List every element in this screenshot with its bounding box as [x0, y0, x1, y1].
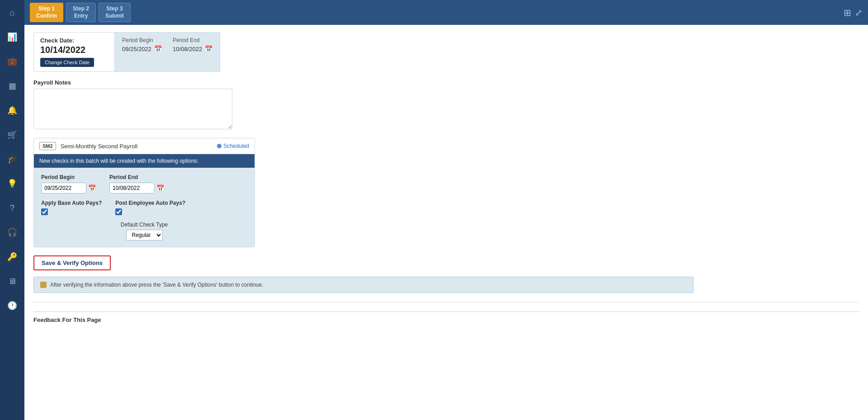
- grid-icon[interactable]: ⊞: [844, 7, 851, 18]
- question-icon[interactable]: ?: [4, 200, 20, 216]
- steps-container: Step 1 Confirm Step 2 Entry Step 3 Submi…: [30, 3, 131, 22]
- card-period-end-field: Period End 📅: [109, 174, 164, 193]
- payroll-notes-label: Payroll Notes: [33, 79, 859, 86]
- step3-button[interactable]: Step 3 Submit: [99, 3, 131, 22]
- scheduled-label: Scheduled: [223, 143, 249, 149]
- period-end-calendar-icon[interactable]: 📅: [205, 45, 212, 52]
- card-period-begin-input[interactable]: [41, 183, 86, 193]
- period-end-field: Period End 10/08/2022 📅: [173, 37, 212, 52]
- change-check-date-button[interactable]: Change Check Date: [40, 58, 94, 67]
- briefcase-icon[interactable]: 💼: [4, 53, 20, 70]
- save-verify-button[interactable]: Save & Verify Options: [33, 255, 111, 270]
- table-icon[interactable]: ▦: [4, 78, 20, 94]
- default-check-type-label: Default Check Type: [41, 222, 247, 228]
- card-period-row: Period Begin 📅 Period End 📅: [41, 174, 247, 193]
- period-begin-label: Period Begin: [122, 37, 162, 43]
- card-info-banner: New checks in this batch will be created…: [34, 154, 255, 168]
- info-bar-message: After verifying the information above pr…: [50, 282, 264, 288]
- payroll-notes-input[interactable]: [33, 89, 232, 129]
- headset-icon[interactable]: 🎧: [4, 224, 20, 241]
- bell-icon[interactable]: 🔔: [4, 102, 20, 118]
- period-end-value: 10/08/2022: [173, 46, 202, 52]
- content-area: Check Date: 10/14/2022 Change Check Date…: [24, 25, 868, 420]
- bulb-icon[interactable]: 💡: [4, 175, 20, 192]
- apply-base-checkbox[interactable]: [41, 208, 48, 215]
- card-title: Semi-Monthly Second Payroll: [61, 143, 138, 150]
- graduation-icon[interactable]: 🎓: [4, 151, 20, 167]
- period-end-label: Period End: [173, 37, 212, 43]
- card-period-end-input[interactable]: [109, 183, 155, 193]
- default-check-type-section: Default Check Type Regular Bonus Special: [41, 222, 247, 241]
- info-bar: After verifying the information above pr…: [33, 277, 693, 293]
- check-type-select[interactable]: Regular Bonus Special: [126, 230, 163, 241]
- divider: [33, 302, 859, 302]
- payroll-card: SM2 Semi-Monthly Second Payroll Schedule…: [33, 138, 255, 247]
- home-icon[interactable]: ⌂: [4, 5, 20, 21]
- check-date-label: Check Date:: [40, 37, 108, 44]
- step1-button[interactable]: Step 1 Confirm: [30, 3, 63, 22]
- card-autopays-row: Apply Base Auto Pays? Post Employee Auto…: [41, 200, 247, 215]
- top-nav-actions: ⊞ ⤢: [844, 7, 863, 18]
- card-header: SM2 Semi-Monthly Second Payroll Schedule…: [34, 138, 255, 154]
- period-begin-field: Period Begin 09/25/2022 📅: [122, 37, 162, 52]
- card-apply-base-label: Apply Base Auto Pays?: [41, 200, 102, 206]
- card-post-employee-field: Post Employee Auto Pays?: [115, 200, 185, 215]
- sm2-badge: SM2: [39, 142, 56, 150]
- sidebar: ⌂ 📊 💼 ▦ 🔔 🛒 🎓 💡 ? 🎧 🔑 🖥 🕐: [0, 0, 24, 420]
- period-begin-value: 09/25/2022: [122, 46, 151, 52]
- step2-button[interactable]: Step 2 Entry: [66, 3, 96, 22]
- main-area: Step 1 Confirm Step 2 Entry Step 3 Submi…: [24, 0, 868, 420]
- shopping-icon[interactable]: 🛒: [4, 127, 20, 143]
- scheduled-dot-icon: [217, 144, 222, 148]
- monitor-icon[interactable]: 🖥: [4, 273, 20, 289]
- card-post-employee-label: Post Employee Auto Pays?: [115, 200, 185, 206]
- period-begin-calendar-icon[interactable]: 📅: [154, 45, 162, 52]
- card-period-end-calendar-icon[interactable]: 📅: [156, 184, 164, 192]
- check-date-value: 10/14/2022: [40, 45, 108, 55]
- card-period-end-label: Period End: [109, 174, 164, 180]
- clock-icon[interactable]: 🕐: [4, 297, 20, 314]
- check-date-section: Check Date: 10/14/2022 Change Check Date…: [33, 32, 259, 72]
- card-body: Period Begin 📅 Period End 📅: [34, 168, 255, 247]
- card-period-begin-calendar-icon[interactable]: 📅: [88, 184, 96, 192]
- post-employee-checkbox[interactable]: [115, 208, 122, 215]
- feedback-label: Feedback For This Page: [33, 316, 101, 323]
- card-apply-base-field: Apply Base Auto Pays?: [41, 200, 102, 215]
- expand-icon[interactable]: ⤢: [855, 7, 863, 18]
- info-icon: [40, 282, 47, 288]
- chart-icon[interactable]: 📊: [4, 29, 20, 45]
- top-nav: Step 1 Confirm Step 2 Entry Step 3 Submi…: [24, 0, 868, 25]
- card-period-begin-label: Period Begin: [41, 174, 96, 180]
- key-icon[interactable]: 🔑: [4, 249, 20, 265]
- card-period-begin-field: Period Begin 📅: [41, 174, 96, 193]
- feedback-section: Feedback For This Page: [33, 311, 859, 323]
- check-date-box: Check Date: 10/14/2022 Change Check Date: [33, 32, 115, 72]
- scheduled-badge: Scheduled: [217, 143, 249, 149]
- period-box: Period Begin 09/25/2022 📅 Period End 10/…: [115, 32, 220, 72]
